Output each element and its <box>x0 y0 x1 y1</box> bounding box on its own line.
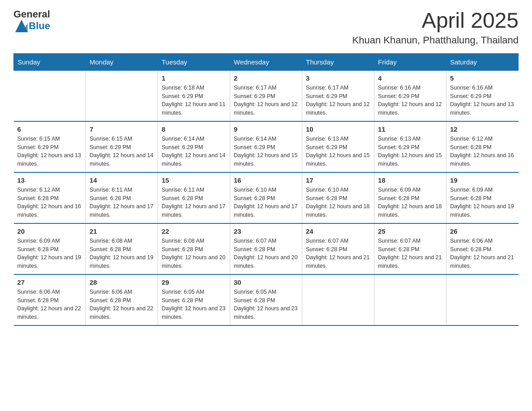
day-number: 30 <box>234 278 298 286</box>
day-info: Sunrise: 6:06 AM Sunset: 6:28 PM Dayligh… <box>17 288 82 321</box>
cell-week4-day4: 24Sunrise: 6:07 AM Sunset: 6:28 PM Dayli… <box>302 223 374 274</box>
calendar-table: Sunday Monday Tuesday Wednesday Thursday… <box>13 53 519 326</box>
day-number: 29 <box>162 278 226 286</box>
day-number: 23 <box>234 227 298 235</box>
day-info: Sunrise: 6:09 AM Sunset: 6:28 PM Dayligh… <box>17 237 82 270</box>
week-row-4: 20Sunrise: 6:09 AM Sunset: 6:28 PM Dayli… <box>14 223 519 274</box>
day-info: Sunrise: 6:08 AM Sunset: 6:28 PM Dayligh… <box>90 237 154 270</box>
header-thursday: Thursday <box>302 53 374 70</box>
day-info: Sunrise: 6:13 AM Sunset: 6:29 PM Dayligh… <box>306 135 370 168</box>
day-info: Sunrise: 6:07 AM Sunset: 6:28 PM Dayligh… <box>306 237 370 270</box>
cell-week3-day1: 14Sunrise: 6:11 AM Sunset: 6:28 PM Dayli… <box>86 172 158 223</box>
day-info: Sunrise: 6:16 AM Sunset: 6:29 PM Dayligh… <box>450 84 515 117</box>
cell-week3-day5: 18Sunrise: 6:09 AM Sunset: 6:28 PM Dayli… <box>374 172 446 223</box>
day-number: 8 <box>162 125 226 133</box>
day-number: 13 <box>17 176 82 184</box>
cell-week3-day3: 16Sunrise: 6:10 AM Sunset: 6:28 PM Dayli… <box>230 172 302 223</box>
cell-week5-day5 <box>374 274 446 325</box>
cell-week4-day1: 21Sunrise: 6:08 AM Sunset: 6:28 PM Dayli… <box>86 223 158 274</box>
page-header: General Blue April 2025 Khuan Khanun, Ph… <box>13 9 519 46</box>
day-number: 20 <box>17 227 82 235</box>
cell-week2-day2: 8Sunrise: 6:14 AM Sunset: 6:29 PM Daylig… <box>158 121 230 172</box>
day-number: 24 <box>306 227 370 235</box>
cell-week1-day3: 2Sunrise: 6:17 AM Sunset: 6:29 PM Daylig… <box>230 70 302 121</box>
day-info: Sunrise: 6:18 AM Sunset: 6:29 PM Dayligh… <box>162 84 226 117</box>
location-title: Khuan Khanun, Phatthalung, Thailand <box>352 34 519 46</box>
day-info: Sunrise: 6:14 AM Sunset: 6:29 PM Dayligh… <box>234 135 298 168</box>
day-info: Sunrise: 6:10 AM Sunset: 6:28 PM Dayligh… <box>306 186 370 219</box>
day-info: Sunrise: 6:09 AM Sunset: 6:28 PM Dayligh… <box>450 186 515 219</box>
day-number: 4 <box>378 74 442 82</box>
month-title: April 2025 <box>352 9 519 33</box>
day-number: 10 <box>306 125 370 133</box>
header-monday: Monday <box>86 53 158 70</box>
cell-week3-day4: 17Sunrise: 6:10 AM Sunset: 6:28 PM Dayli… <box>302 172 374 223</box>
day-number: 17 <box>306 176 370 184</box>
cell-week5-day1: 28Sunrise: 6:06 AM Sunset: 6:28 PM Dayli… <box>86 274 158 325</box>
cell-week1-day6: 5Sunrise: 6:16 AM Sunset: 6:29 PM Daylig… <box>446 70 519 121</box>
day-number: 19 <box>450 176 515 184</box>
day-number: 6 <box>17 125 82 133</box>
day-number: 12 <box>450 125 515 133</box>
cell-week5-day3: 30Sunrise: 6:05 AM Sunset: 6:28 PM Dayli… <box>230 274 302 325</box>
day-info: Sunrise: 6:09 AM Sunset: 6:28 PM Dayligh… <box>378 186 442 219</box>
day-number: 11 <box>378 125 442 133</box>
day-info: Sunrise: 6:07 AM Sunset: 6:28 PM Dayligh… <box>234 237 298 270</box>
header-wednesday: Wednesday <box>230 53 302 70</box>
week-row-3: 13Sunrise: 6:12 AM Sunset: 6:28 PM Dayli… <box>14 172 519 223</box>
cell-week1-day2: 1Sunrise: 6:18 AM Sunset: 6:29 PM Daylig… <box>158 70 230 121</box>
day-number: 26 <box>450 227 515 235</box>
header-tuesday: Tuesday <box>158 53 230 70</box>
logo-blue: Blue <box>29 21 50 31</box>
day-info: Sunrise: 6:14 AM Sunset: 6:29 PM Dayligh… <box>162 135 226 168</box>
day-info: Sunrise: 6:17 AM Sunset: 6:29 PM Dayligh… <box>234 84 298 117</box>
day-info: Sunrise: 6:05 AM Sunset: 6:28 PM Dayligh… <box>234 288 298 321</box>
day-number: 27 <box>17 278 82 286</box>
day-info: Sunrise: 6:16 AM Sunset: 6:29 PM Dayligh… <box>378 84 442 117</box>
day-info: Sunrise: 6:12 AM Sunset: 6:28 PM Dayligh… <box>17 186 82 219</box>
day-info: Sunrise: 6:05 AM Sunset: 6:28 PM Dayligh… <box>162 288 226 321</box>
cell-week5-day2: 29Sunrise: 6:05 AM Sunset: 6:28 PM Dayli… <box>158 274 230 325</box>
day-info: Sunrise: 6:06 AM Sunset: 6:28 PM Dayligh… <box>90 288 154 321</box>
day-number: 28 <box>90 278 154 286</box>
cell-week1-day5: 4Sunrise: 6:16 AM Sunset: 6:29 PM Daylig… <box>374 70 446 121</box>
cell-week3-day6: 19Sunrise: 6:09 AM Sunset: 6:28 PM Dayli… <box>446 172 519 223</box>
day-info: Sunrise: 6:07 AM Sunset: 6:28 PM Dayligh… <box>378 237 442 270</box>
header-saturday: Saturday <box>446 53 519 70</box>
day-number: 18 <box>378 176 442 184</box>
cell-week4-day6: 26Sunrise: 6:06 AM Sunset: 6:28 PM Dayli… <box>446 223 519 274</box>
header-friday: Friday <box>374 53 446 70</box>
day-number: 25 <box>378 227 442 235</box>
day-number: 9 <box>234 125 298 133</box>
day-info: Sunrise: 6:17 AM Sunset: 6:29 PM Dayligh… <box>306 84 370 117</box>
cell-week2-day3: 9Sunrise: 6:14 AM Sunset: 6:29 PM Daylig… <box>230 121 302 172</box>
day-number: 2 <box>234 74 298 82</box>
cell-week3-day2: 15Sunrise: 6:11 AM Sunset: 6:28 PM Dayli… <box>158 172 230 223</box>
week-row-5: 27Sunrise: 6:06 AM Sunset: 6:28 PM Dayli… <box>14 274 519 325</box>
logo[interactable]: General Blue <box>13 9 50 32</box>
day-info: Sunrise: 6:08 AM Sunset: 6:28 PM Dayligh… <box>162 237 226 270</box>
cell-week4-day3: 23Sunrise: 6:07 AM Sunset: 6:28 PM Dayli… <box>230 223 302 274</box>
day-number: 15 <box>162 176 226 184</box>
day-number: 3 <box>306 74 370 82</box>
cell-week2-day1: 7Sunrise: 6:15 AM Sunset: 6:29 PM Daylig… <box>86 121 158 172</box>
cell-week1-day1 <box>86 70 158 121</box>
cell-week4-day5: 25Sunrise: 6:07 AM Sunset: 6:28 PM Dayli… <box>374 223 446 274</box>
cell-week5-day0: 27Sunrise: 6:06 AM Sunset: 6:28 PM Dayli… <box>14 274 86 325</box>
calendar-header-row: Sunday Monday Tuesday Wednesday Thursday… <box>14 53 519 70</box>
cell-week2-day4: 10Sunrise: 6:13 AM Sunset: 6:29 PM Dayli… <box>302 121 374 172</box>
header-sunday: Sunday <box>14 53 86 70</box>
day-info: Sunrise: 6:06 AM Sunset: 6:28 PM Dayligh… <box>450 237 515 270</box>
cell-week3-day0: 13Sunrise: 6:12 AM Sunset: 6:28 PM Dayli… <box>14 172 86 223</box>
week-row-1: 1Sunrise: 6:18 AM Sunset: 6:29 PM Daylig… <box>14 70 519 121</box>
day-number: 16 <box>234 176 298 184</box>
day-info: Sunrise: 6:13 AM Sunset: 6:29 PM Dayligh… <box>378 135 442 168</box>
logo-icon <box>15 20 28 32</box>
day-number: 1 <box>162 74 226 82</box>
day-number: 22 <box>162 227 226 235</box>
day-number: 5 <box>450 74 515 82</box>
day-info: Sunrise: 6:10 AM Sunset: 6:28 PM Dayligh… <box>234 186 298 219</box>
day-number: 14 <box>90 176 154 184</box>
cell-week4-day2: 22Sunrise: 6:08 AM Sunset: 6:28 PM Dayli… <box>158 223 230 274</box>
cell-week4-day0: 20Sunrise: 6:09 AM Sunset: 6:28 PM Dayli… <box>14 223 86 274</box>
